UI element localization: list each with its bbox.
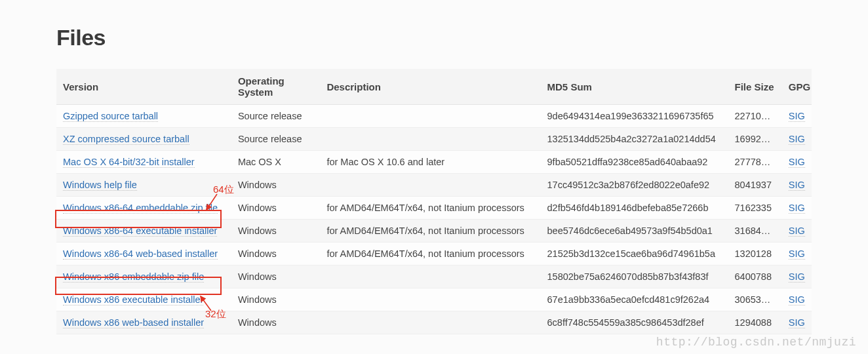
desc-cell [320, 105, 540, 128]
size-cell: 1294088 [728, 311, 782, 334]
arrow-64bit-icon [203, 193, 218, 212]
version-link[interactable]: Windows x86-64 executable installer [63, 226, 217, 237]
md5-cell: d2fb546fd4b189146dbefeba85e7266b [541, 197, 728, 220]
md5-cell: 9fba50521dffa9238ce85ad640abaa92 [541, 151, 728, 174]
version-link[interactable]: Windows x86 embeddable zip file [63, 271, 204, 283]
md5-cell: 17cc49512c3a2b876f2ed8022e0afe92 [541, 174, 728, 197]
gpg-sig-link[interactable]: SIG [789, 111, 805, 122]
gpg-sig-link[interactable]: SIG [789, 203, 805, 214]
desc-cell: for AMD64/EM64T/x64, not Itanium process… [320, 220, 540, 243]
gpg-sig-link[interactable]: SIG [789, 294, 805, 305]
gpg-sig-link[interactable]: SIG [789, 157, 805, 168]
size-cell: 7162335 [728, 197, 782, 220]
col-header-version: Version [56, 69, 231, 105]
version-link[interactable]: XZ compressed source tarball [63, 134, 189, 145]
size-cell: 1320128 [728, 243, 782, 266]
desc-cell [320, 311, 540, 334]
md5-cell: 1325134dd525b4a2c3272a1a0214dd54 [541, 128, 728, 151]
table-row: Mac OS X 64-bit/32-bit installerMac OS X… [56, 151, 812, 174]
svg-line-0 [207, 194, 217, 210]
table-row: Windows x86-64 embeddable zip fileWindow… [56, 197, 812, 220]
md5-cell: 67e1a9bb336a5eca0efcd481c9f262a4 [541, 288, 728, 311]
col-header-size: File Size [728, 69, 782, 105]
desc-cell [320, 288, 540, 311]
desc-cell [320, 174, 540, 197]
os-cell: Windows [231, 243, 320, 266]
gpg-sig-link[interactable]: SIG [789, 226, 805, 237]
md5-cell: 21525b3d132ce15cae6ba96d74961b5a [541, 243, 728, 266]
os-cell: Windows [231, 220, 320, 243]
md5-cell: 6c8ff748c554559a385c986453df28ef [541, 311, 728, 334]
md5-cell: 9de6494314ea199e3633211696735f65 [541, 105, 728, 128]
version-link[interactable]: Windows x86-64 embeddable zip file [63, 203, 218, 214]
version-link[interactable]: Mac OS X 64-bit/32-bit installer [63, 157, 195, 168]
md5-cell: bee5746dc6ece6ab49573a9f54b5d0a1 [541, 220, 728, 243]
os-cell: Source release [231, 128, 320, 151]
size-cell: 30653888 [728, 288, 782, 311]
size-cell: 22710891 [728, 105, 782, 128]
desc-cell: for AMD64/EM64T/x64, not Itanium process… [320, 243, 540, 266]
size-cell: 31684744 [728, 220, 782, 243]
gpg-sig-link[interactable]: SIG [789, 317, 805, 328]
gpg-sig-link[interactable]: SIG [789, 248, 805, 260]
version-link[interactable]: Windows help file [63, 180, 137, 191]
os-cell: Source release [231, 105, 320, 128]
version-link[interactable]: Windows x86 web-based installer [63, 317, 204, 328]
desc-cell [320, 128, 540, 151]
col-header-md5: MD5 Sum [541, 69, 728, 105]
os-cell: Windows [231, 174, 320, 197]
table-row: Windows x86 embeddable zip fileWindows15… [56, 266, 812, 288]
table-row: Windows x86 web-based installerWindows6c… [56, 311, 812, 334]
os-cell: Windows [231, 266, 320, 288]
svg-line-1 [201, 296, 211, 311]
md5-cell: 15802be75a6246070d85b87b3f43f83f [541, 266, 728, 288]
version-link[interactable]: Windows x86-64 web-based installer [63, 248, 218, 260]
os-cell: Windows [231, 311, 320, 334]
os-cell: Windows [231, 197, 320, 220]
col-header-desc: Description [320, 69, 540, 105]
size-cell: 27778156 [728, 151, 782, 174]
desc-cell: for Mac OS X 10.6 and later [320, 151, 540, 174]
files-table: Version Operating System Description MD5… [56, 69, 812, 334]
table-row: Windows x86-64 web-based installerWindow… [56, 243, 812, 266]
page-title: Files [56, 25, 812, 50]
gpg-sig-link[interactable]: SIG [789, 180, 805, 191]
os-cell: Windows [231, 288, 320, 311]
col-header-os: Operating System [231, 69, 320, 105]
gpg-sig-link[interactable]: SIG [789, 271, 805, 283]
table-row: Windows x86-64 executable installerWindo… [56, 220, 812, 243]
version-link[interactable]: Windows x86 executable installer [63, 294, 203, 305]
table-row: XZ compressed source tarballSource relea… [56, 128, 812, 151]
size-cell: 6400788 [728, 266, 782, 288]
col-header-gpg: GPG [782, 69, 812, 105]
gpg-sig-link[interactable]: SIG [789, 134, 805, 145]
watermark: http://blog.csdn.net/nmjuzi [656, 336, 856, 349]
table-header-row: Version Operating System Description MD5… [56, 69, 812, 105]
table-row: Windows x86 executable installerWindows6… [56, 288, 812, 311]
os-cell: Mac OS X [231, 151, 320, 174]
size-cell: 16992824 [728, 128, 782, 151]
table-row: Windows help fileWindows17cc49512c3a2b87… [56, 174, 812, 197]
arrow-32bit-icon [198, 294, 214, 312]
table-row: Gzipped source tarballSource release9de6… [56, 105, 812, 128]
desc-cell [320, 266, 540, 288]
size-cell: 8041937 [728, 174, 782, 197]
version-link[interactable]: Gzipped source tarball [63, 111, 158, 122]
desc-cell: for AMD64/EM64T/x64, not Itanium process… [320, 197, 540, 220]
